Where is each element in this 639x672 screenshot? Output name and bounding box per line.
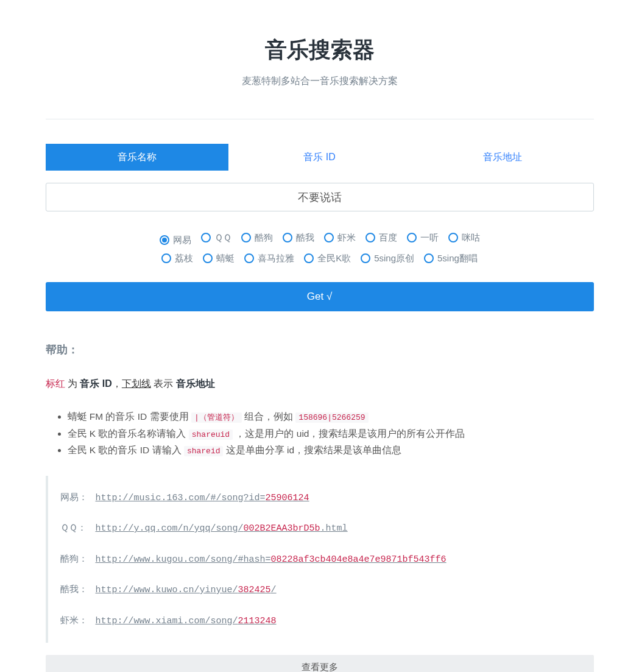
radio-label: 5sing翻唱 [437, 249, 478, 267]
radio-icon [241, 233, 251, 242]
example-url[interactable]: http://y.qq.com/n/yqq/song/002B2EAA3brD5… [96, 523, 348, 534]
radio-icon [244, 253, 254, 263]
legend-text: 表示 [151, 378, 176, 389]
radio-icon [160, 235, 169, 245]
help-legend: 标红 为 音乐 ID，下划线 表示 音乐地址 [46, 377, 594, 391]
radio-source-5[interactable]: 百度 [365, 228, 397, 247]
more-button[interactable]: 查看更多 [46, 655, 594, 672]
code-snippet: 158696|5266259 [295, 412, 368, 423]
radio-label: 荔枝 [175, 249, 193, 267]
radio-label: 酷我 [296, 228, 314, 247]
example-label: 网易： [60, 490, 90, 504]
code-snippet: |（管道符） [191, 412, 242, 423]
example-row: ＱＱ：http://y.qq.com/n/yqq/song/002B2EAA3b… [60, 521, 582, 536]
legend-red: 标红 [46, 378, 65, 389]
radio-source-11[interactable]: 全民K歌 [304, 249, 351, 267]
radio-label: 虾米 [337, 228, 356, 247]
radio-icon [283, 233, 292, 242]
radio-source-4[interactable]: 虾米 [324, 228, 356, 247]
example-row: 酷我：http://www.kuwo.cn/yinyue/382425/ [60, 582, 582, 598]
help-item: 蜻蜓 FM 的音乐 ID 需要使用 |（管道符） 组合，例如 158696|52… [68, 409, 594, 424]
radio-label: 酷狗 [255, 228, 273, 247]
get-button[interactable]: Get √ [46, 282, 594, 311]
radio-icon [424, 253, 434, 263]
radio-icon [365, 233, 375, 242]
example-url[interactable]: http://music.163.com/#/song?id=25906124 [96, 493, 309, 503]
radio-icon [448, 233, 458, 242]
example-url[interactable]: http://www.kugou.com/song/#hash=08228af3… [96, 554, 447, 565]
example-label: 酷我： [60, 582, 90, 596]
divider [46, 119, 594, 119]
page-title: 音乐搜索器 [46, 34, 594, 66]
radio-label: 百度 [379, 228, 397, 247]
radio-label: 网易 [173, 231, 191, 249]
legend-underline: 下划线 [122, 378, 151, 389]
radio-source-9[interactable]: 蜻蜓 [203, 249, 235, 267]
tab-1[interactable]: 音乐 ID [228, 144, 411, 171]
help-list: 蜻蜓 FM 的音乐 ID 需要使用 |（管道符） 组合，例如 158696|52… [46, 409, 594, 458]
radio-source-13[interactable]: 5sing翻唱 [424, 249, 478, 267]
legend-music-url: 音乐地址 [176, 378, 215, 389]
radio-icon [201, 233, 211, 242]
url-examples: 网易：http://music.163.com/#/song?id=259061… [46, 476, 594, 643]
page-subtitle: 麦葱特制多站合一音乐搜索解决方案 [46, 74, 594, 88]
example-url[interactable]: http://www.xiami.com/song/2113248 [96, 616, 277, 626]
radio-source-2[interactable]: 酷狗 [241, 228, 273, 247]
radio-label: ＱＱ [214, 228, 231, 247]
radio-source-10[interactable]: 喜马拉雅 [244, 249, 294, 267]
example-label: 虾米： [60, 614, 90, 628]
search-input[interactable] [46, 183, 594, 211]
radio-label: 一听 [420, 228, 439, 247]
radio-icon [304, 253, 314, 263]
help-item: 全民 K 歌的音乐名称请输入 shareuid ，这是用户的 uid，搜索结果是… [68, 426, 594, 441]
source-radios: 网易ＱＱ酷狗酷我虾米百度一听咪咕荔枝蜻蜓喜马拉雅全民K歌5sing原创5sing… [46, 228, 594, 270]
tab-0[interactable]: 音乐名称 [46, 144, 228, 171]
tab-2[interactable]: 音乐地址 [411, 144, 594, 171]
code-snippet: shareid [184, 446, 224, 456]
example-row: 虾米：http://www.xiami.com/song/2113248 [60, 614, 582, 629]
help-heading: 帮助： [46, 342, 594, 358]
radio-icon [203, 253, 213, 263]
radio-label: 喜马拉雅 [258, 249, 294, 267]
legend-music-id: 音乐 ID [80, 378, 111, 389]
radio-icon [407, 233, 417, 242]
example-row: 网易：http://music.163.com/#/song?id=259061… [60, 490, 582, 506]
example-label: 酷狗： [60, 552, 90, 566]
code-snippet: shareuid [189, 430, 233, 440]
radio-icon [161, 253, 171, 263]
radio-source-3[interactable]: 酷我 [283, 228, 314, 247]
radio-icon [324, 233, 334, 242]
legend-text: ， [112, 378, 122, 389]
example-label: ＱＱ： [60, 521, 90, 535]
radio-label: 咪咕 [462, 228, 480, 247]
radio-source-8[interactable]: 荔枝 [161, 249, 193, 267]
help-item: 全民 K 歌的音乐 ID 请输入 shareid 这是单曲分享 id，搜索结果是… [68, 443, 594, 458]
radio-source-1[interactable]: ＱＱ [201, 228, 231, 247]
radio-label: 全民K歌 [317, 249, 351, 267]
radio-label: 蜻蜓 [216, 249, 235, 267]
radio-source-6[interactable]: 一听 [407, 228, 439, 247]
radio-source-7[interactable]: 咪咕 [448, 228, 480, 247]
radio-source-12[interactable]: 5sing原创 [361, 249, 414, 267]
example-url[interactable]: http://www.kuwo.cn/yinyue/382425/ [96, 585, 277, 595]
radio-label: 5sing原创 [374, 249, 414, 267]
example-row: 酷狗：http://www.kugou.com/song/#hash=08228… [60, 552, 582, 567]
radio-icon [361, 253, 370, 263]
tabs: 音乐名称音乐 ID音乐地址 [46, 144, 594, 171]
radio-source-0[interactable]: 网易 [160, 231, 191, 249]
legend-text: 为 [65, 378, 80, 389]
